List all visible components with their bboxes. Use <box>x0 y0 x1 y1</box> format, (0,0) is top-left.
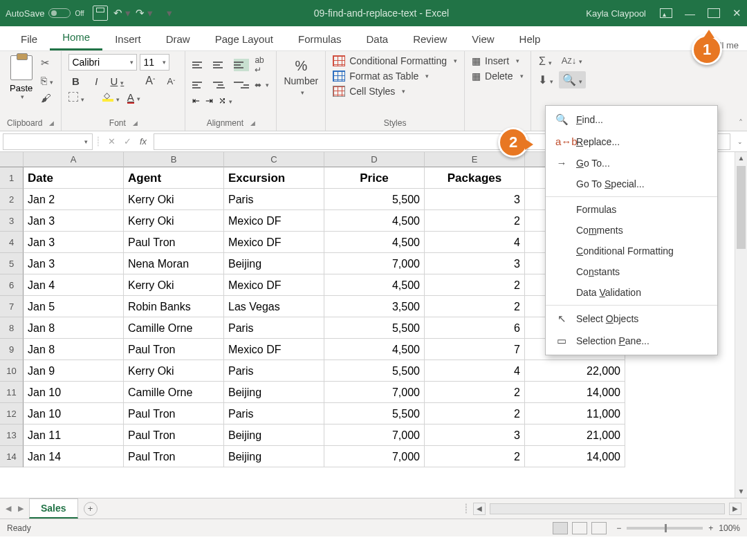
menu-cond-format[interactable]: Conditional Formatting <box>546 241 717 261</box>
cell[interactable]: Camille Orne <box>124 382 224 403</box>
scroll-thumb[interactable] <box>737 166 746 249</box>
cell[interactable]: Jan 11 <box>24 424 124 446</box>
cell[interactable]: Paris <box>224 317 324 339</box>
menu-selection-pane[interactable]: ▭Selection Pane... <box>546 330 717 352</box>
cancel-icon[interactable]: ✕ <box>108 136 116 147</box>
find-select-button[interactable]: 🔍▾ <box>559 71 586 88</box>
cell[interactable]: 5,500 <box>324 360 425 382</box>
grow-font-button[interactable]: Aˆ <box>143 75 157 87</box>
column-header[interactable]: D <box>324 152 425 167</box>
decrease-indent-button[interactable]: ⇤ <box>192 95 200 106</box>
cell[interactable]: Mexico DF <box>224 232 324 253</box>
menu-constants[interactable]: Constants <box>546 261 717 282</box>
tab-draw[interactable]: Draw <box>154 28 203 50</box>
cell[interactable]: Paul Tron <box>124 446 224 467</box>
menu-find[interactable]: 🔍Find... <box>546 109 717 131</box>
cell[interactable]: 7 <box>425 339 525 360</box>
close-icon[interactable]: ✕ <box>732 7 741 19</box>
cell[interactable]: 2 <box>425 403 525 424</box>
row-header[interactable]: 1 <box>0 167 24 189</box>
cell[interactable]: Jan 8 <box>24 317 124 339</box>
cell[interactable]: Paul Tron <box>124 403 224 424</box>
menu-goto-special[interactable]: Go To Special... <box>546 174 717 194</box>
cell[interactable]: Beijing <box>224 253 324 274</box>
undo-icon[interactable]: ↶▾ <box>115 6 130 21</box>
cell[interactable]: 4,500 <box>324 339 425 360</box>
cell[interactable]: 4 <box>425 360 525 382</box>
align-middle-button[interactable] <box>213 59 228 71</box>
cell[interactable]: Agent <box>124 167 224 189</box>
dialog-launcher-icon[interactable]: ◢ <box>250 120 255 127</box>
cell[interactable]: 5,500 <box>324 317 425 339</box>
cell[interactable]: 7,000 <box>324 424 425 446</box>
row-header[interactable]: 8 <box>0 317 24 339</box>
cell[interactable]: 6 <box>425 317 525 339</box>
format-painter-icon[interactable]: 🖌 <box>41 92 53 104</box>
sheet-nav[interactable]: ◀▶ <box>6 504 24 513</box>
cell[interactable]: Paris <box>224 403 324 424</box>
cell[interactable]: Robin Banks <box>124 296 224 317</box>
cell[interactable]: Kerry Oki <box>124 189 224 210</box>
cell[interactable]: Kerry Oki <box>124 210 224 232</box>
align-top-button[interactable] <box>192 59 208 71</box>
sheet-tab-sales[interactable]: Sales <box>29 498 78 519</box>
borders-button[interactable]: ▾ <box>68 92 84 104</box>
cell[interactable]: 5,500 <box>324 189 425 210</box>
cell[interactable]: 7,000 <box>324 446 425 467</box>
normal-view-button[interactable] <box>553 522 568 534</box>
cell[interactable]: 2 <box>425 382 525 403</box>
cell[interactable]: Packages <box>425 167 525 189</box>
cell[interactable]: 5,500 <box>324 403 425 424</box>
dialog-launcher-icon[interactable]: ◢ <box>49 120 54 127</box>
cell[interactable]: 7,000 <box>324 382 425 403</box>
tab-formulas[interactable]: Formulas <box>286 28 354 50</box>
cell[interactable]: 14,000 <box>525 446 625 467</box>
font-size-input[interactable] <box>143 57 160 68</box>
font-size-select[interactable]: ▾ <box>140 54 169 71</box>
cell[interactable]: Beijing <box>224 446 324 467</box>
cell[interactable]: 4 <box>425 232 525 253</box>
column-header[interactable]: C <box>224 152 324 167</box>
add-sheet-button[interactable]: + <box>84 502 98 516</box>
font-color-button[interactable]: A▾ <box>127 91 140 104</box>
insert-cells-button[interactable]: ▦Insert▾ <box>472 55 523 66</box>
cell[interactable]: Jan 9 <box>24 360 124 382</box>
row-header[interactable]: 12 <box>0 403 24 424</box>
align-bottom-button[interactable] <box>234 59 249 71</box>
cell[interactable]: Mexico DF <box>224 339 324 360</box>
delete-cells-button[interactable]: ▦Delete▾ <box>472 71 523 82</box>
cell[interactable]: Jan 3 <box>24 210 124 232</box>
row-header[interactable]: 7 <box>0 296 24 317</box>
vertical-scrollbar[interactable]: ▲ ▼ <box>735 152 747 498</box>
save-icon[interactable] <box>93 6 108 21</box>
ribbon-options-icon[interactable]: ▴ <box>660 8 672 18</box>
menu-comments[interactable]: Comments <box>546 220 717 241</box>
cell[interactable]: Price <box>324 167 425 189</box>
row-header[interactable]: 6 <box>0 274 24 296</box>
cell[interactable]: Jan 10 <box>24 403 124 424</box>
menu-goto[interactable]: →Go To... <box>546 152 717 174</box>
cell[interactable]: Beijing <box>224 382 324 403</box>
redo-icon[interactable]: ↷▾ <box>137 6 152 21</box>
hscroll-right-icon[interactable]: ▶ <box>729 503 741 515</box>
cell[interactable]: 11,000 <box>525 403 625 424</box>
menu-formulas[interactable]: Formulas <box>546 199 717 220</box>
cell[interactable]: 22,000 <box>525 360 625 382</box>
minimize-icon[interactable]: ― <box>685 8 695 19</box>
cell[interactable]: 2 <box>425 210 525 232</box>
page-layout-view-button[interactable] <box>572 522 587 534</box>
cell[interactable]: Jan 3 <box>24 232 124 253</box>
cell-styles-button[interactable]: Cell Styles▾ <box>333 86 457 97</box>
fill-button[interactable]: ⬇▾ <box>538 73 553 86</box>
expand-formula-bar-icon[interactable]: ⌄ <box>733 138 747 145</box>
cell[interactable]: Las Vegas <box>224 296 324 317</box>
row-header[interactable]: 2 <box>0 189 24 210</box>
cell[interactable]: Jan 14 <box>24 446 124 467</box>
increase-indent-button[interactable]: ⇥ <box>205 95 213 106</box>
zoom-out-button[interactable]: − <box>616 523 621 533</box>
format-as-table-button[interactable]: Format as Table▾ <box>333 71 457 82</box>
enter-icon[interactable]: ✓ <box>124 136 131 147</box>
cell[interactable]: 4,500 <box>324 210 425 232</box>
row-header[interactable]: 14 <box>0 446 24 467</box>
tab-view[interactable]: View <box>459 28 506 50</box>
